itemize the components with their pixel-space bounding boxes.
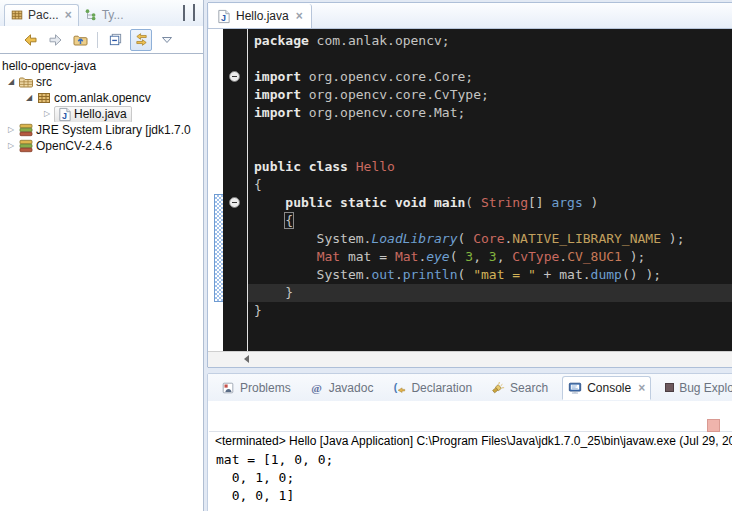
collapse-all-icon [108,32,123,47]
code-line [248,50,732,68]
package-explorer-toolbar [0,26,203,54]
code-line: public static void main( String[] args ) [248,194,732,212]
link-with-editor-button[interactable] [130,29,152,51]
code-line: System.out.println( "mat = " + mat.dump(… [248,266,732,284]
tab-label: Declaration [411,381,472,395]
code-token [332,195,340,210]
tab-console[interactable]: Console× [562,376,651,400]
project-tree[interactable]: hello-opencv-java◢src◢com.anlak.opencv▷J… [0,54,203,154]
collapse-all-button[interactable] [105,30,125,50]
console-separator [209,431,732,432]
console-icon [568,381,582,395]
annotation-ruler[interactable] [223,29,247,352]
view-tab-pac[interactable]: Pac...× [4,4,79,26]
view-tab-label: Pac... [28,8,59,22]
code-token: () ); [622,267,661,282]
code-token: LoadLibrary [371,231,457,246]
tree-item-icon-wrap [18,122,34,138]
search-icon [491,381,505,395]
code-token: package [254,33,309,48]
tree-item-label: Hello.java [74,107,127,121]
console-status-line: <terminated> Hello [Java Application] C:… [215,434,732,448]
code-token: Mat [395,249,418,264]
code-token: com.anlak.opencv; [309,33,450,48]
forward-button[interactable] [45,30,65,50]
console-output[interactable]: mat = [1, 0, 0; 0, 1, 0; 0, 0, 1] [216,451,732,505]
package-explorer-view: Pac...×Ty... hello-opencv-java◢src◢com.a… [0,0,204,511]
expand-arrow-icon[interactable]: ▷ [4,122,18,138]
expand-arrow-icon[interactable]: ▷ [40,106,54,122]
tree-item-label: OpenCV-2.4.6 [36,139,112,153]
code-token: dump [591,267,622,282]
tab-label: Problems [240,381,291,395]
tab-problems[interactable]: Problems [216,377,296,399]
close-icon[interactable]: × [65,8,72,22]
code-token: Mat [317,249,340,264]
tree-item-label: hello-opencv-java [2,59,96,73]
code-token [426,195,434,210]
horizontal-scrollbar[interactable] [208,351,732,367]
javadoc-icon: @ [310,381,324,395]
tree-item-icon-wrap [18,138,34,154]
tree-item-src[interactable]: ◢src [0,74,203,90]
code-token: Core [473,231,504,246]
code-token: ); [661,231,684,246]
collapse-arrow-icon[interactable]: ◢ [4,74,18,90]
type-hierarchy-icon [84,8,98,22]
code-editor[interactable]: package com.anlak.opencv;import org.open… [208,29,732,352]
selected-tree-item[interactable]: JHello.java [54,106,132,122]
view-menu-button[interactable] [157,30,177,50]
tree-item-opencv-2-4-6[interactable]: ▷OpenCV-2.4.6 [0,138,203,154]
tab-javadoc[interactable]: @Javadoc [305,377,379,399]
tab-bug-explorer[interactable]: Bug Explorer [660,377,732,399]
current-code-line: } [248,284,732,302]
code-token: } [254,303,262,318]
code-token: void [395,195,426,210]
tree-item-hello-java[interactable]: ▷JHello.java [0,106,203,122]
tree-item-com-anlak-opencv[interactable]: ◢com.anlak.opencv [0,90,203,106]
tab-declaration[interactable]: (Declaration [387,377,477,399]
tab-hello-java[interactable]: J Hello.java × [209,4,312,28]
code-token: ); [622,249,645,264]
minimize-button[interactable] [183,6,185,20]
code-token: mat = [340,249,395,264]
close-icon[interactable]: × [296,9,303,23]
code-line: { [248,212,732,230]
code-token: . [559,249,567,264]
code-text[interactable]: package com.anlak.opencv;import org.open… [248,29,732,352]
collapse-arrow-icon[interactable]: ◢ [22,90,36,106]
eclipse-workbench: { "left_panel": { "tabs": [ {"label": "P… [0,0,732,511]
code-token: , [497,249,513,264]
code-token: System. [254,267,371,282]
code-token: { [285,213,293,228]
code-token [254,195,285,210]
code-token [254,213,285,228]
expand-arrow-icon[interactable]: ▷ [4,138,18,154]
tree-item-hello-opencv-java[interactable]: hello-opencv-java [0,58,203,74]
code-line [248,140,732,158]
svg-text:(: ( [394,381,398,393]
view-tab-label: Ty... [102,8,124,22]
console-output-line: 0, 0, 1] [216,487,732,505]
code-line [248,122,732,140]
code-token: eye [426,249,449,264]
tree-item-jre-system-library-jdk1-7-0[interactable]: ▷JRE System Library [jdk1.7.0 [0,122,203,138]
fold-collapse-icon[interactable] [229,71,240,82]
code-token: CvType [512,249,559,264]
back-icon [22,32,39,48]
up-button[interactable] [70,30,90,50]
up-icon [72,32,89,48]
tab-label: Search [510,381,548,395]
bottom-panel-tabbar: Problems@Javadoc(DeclarationSearchConsol… [208,374,732,401]
view-tab-ty[interactable]: Ty... [79,5,130,26]
close-icon[interactable]: × [638,381,645,395]
code-token: } [254,285,293,300]
fold-collapse-icon[interactable] [229,197,240,208]
maximize-button[interactable] [193,6,195,20]
tab-search[interactable]: Search [486,377,553,399]
terminate-icon[interactable] [707,419,720,432]
tree-item-icon-wrap [18,74,34,90]
code-token: + mat. [536,267,591,282]
back-button[interactable] [20,30,40,50]
scroll-left-arrow-icon[interactable] [244,355,249,363]
